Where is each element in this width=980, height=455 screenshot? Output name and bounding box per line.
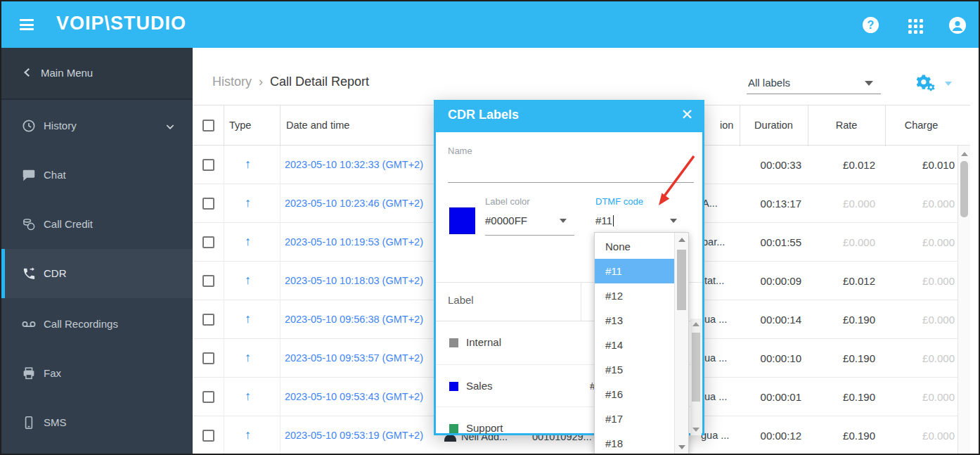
sidebar-item-label: CDR [44,267,67,279]
call-date-link[interactable]: 2023-05-10 09:53:57 (GMT+2) [280,352,423,364]
scroll-down-icon[interactable] [692,428,699,432]
dropdown-option-18[interactable]: #18 [595,431,674,455]
sidebar-item-label: Fax [44,367,61,379]
dropdown-option-16[interactable]: #16 [595,382,674,406]
charge-cell: £0.000 [885,430,958,442]
rate-cell: £0.012 [808,275,885,287]
col-header-rate[interactable]: Rate [808,120,885,131]
modal-header: CDR Labels ✕ [434,100,704,132]
chevron-down-icon [165,121,176,132]
label-color-square [449,338,458,347]
row-checkbox[interactable] [202,391,214,403]
sidebar-item-call-credit[interactable]: Call Credit [1,200,193,249]
destination-fragment: ua ... [704,391,727,402]
user-avatar-partial [444,435,456,442]
dtmf-code-dropdown: None #11 #12 #13 #14 #15 #16 #17 #18 [594,232,689,455]
chat-bubble-icon [21,167,37,183]
help-button[interactable]: ? [863,17,879,34]
table-scrollbar[interactable] [958,146,970,455]
select-all-checkbox[interactable] [202,120,214,132]
scrollbar-thumb[interactable] [692,333,700,402]
voicemail-icon [21,316,37,332]
dropdown-scrollbar[interactable] [674,233,688,454]
dropdown-option-14[interactable]: #14 [595,333,674,357]
settings-menu-button[interactable] [914,72,955,95]
col-header-date[interactable]: Date and time [286,120,349,131]
scroll-down-icon[interactable] [678,445,685,449]
close-icon[interactable]: ✕ [681,106,693,123]
help-icon: ? [863,17,879,33]
duration-cell: 00:00:09 [740,275,808,287]
call-date-link[interactable]: 2023-05-10 10:32:33 (GMT+2) [280,159,423,170]
modal-scrollbar[interactable] [690,319,702,435]
color-swatch[interactable] [449,207,475,234]
history-clock-icon [21,118,37,134]
row-checkbox[interactable] [202,198,214,210]
row-checkbox[interactable] [202,236,214,248]
sidebar-item-label: SMS [44,416,67,428]
charge-cell: £0.000 [885,314,958,326]
coins-icon [21,217,37,232]
back-label: Main Menu [41,67,93,79]
row-checkbox[interactable] [202,314,214,326]
dropdown-option-13[interactable]: #13 [595,308,674,333]
outbound-call-icon: ↑ [245,273,251,288]
sidebar-item-call-recordings[interactable]: Call Recordings [1,300,193,349]
dtmf-code-value: #11 [595,214,612,226]
outbound-call-icon: ↑ [245,234,251,249]
label-color-select[interactable]: #0000FF [485,214,527,226]
breadcrumb-current: Call Detail Report [270,75,369,89]
user-icon [949,17,966,34]
call-date-link[interactable]: 2023-05-10 09:53:43 (GMT+2) [280,391,423,402]
sidebar-back-main-menu[interactable]: Main Menu [1,48,193,100]
topbar: VOIP\STUDIO ? [1,1,979,48]
row-checkbox[interactable] [202,430,214,442]
col-header-destination-fragment[interactable]: ion [720,120,733,131]
dropdown-option-11-selected[interactable]: #11 [595,259,674,283]
call-date-link[interactable]: 2023-05-10 09:53:19 (GMT+2) [280,430,423,441]
scroll-up-icon[interactable] [678,238,685,242]
hamburger-menu-icon[interactable] [20,19,34,30]
destination-fragment: A... [702,198,718,209]
call-date-link[interactable]: 2023-05-10 10:18:03 (GMT+2) [280,275,423,286]
label-name: Support [466,422,503,434]
dtmf-code-input[interactable]: #11 [595,214,614,226]
duration-cell: 00:01:55 [740,236,808,248]
scrollbar-thumb[interactable] [677,250,686,310]
phone-transfer-icon [21,266,37,281]
col-header-charge[interactable]: Charge [885,120,958,131]
row-checkbox[interactable] [202,275,214,287]
name-input[interactable] [448,182,694,183]
dropdown-option-17[interactable]: #17 [595,406,674,431]
scroll-up-icon[interactable] [692,322,699,326]
user-account-button[interactable] [949,17,966,34]
breadcrumb-parent[interactable]: History [212,75,252,89]
fax-machine-icon [21,366,37,381]
scroll-up-icon[interactable] [961,152,968,156]
label-name: Internal [466,336,501,348]
col-header-duration[interactable]: Duration [740,120,808,131]
apps-grid-button[interactable] [908,18,925,35]
row-checkbox[interactable] [202,159,214,171]
charge-cell: £0.000 [885,198,958,210]
sidebar-item-sms[interactable]: SMS [1,398,193,447]
dropdown-option-12[interactable]: #12 [595,283,674,308]
dropdown-option-15[interactable]: #15 [595,357,674,382]
sidebar-item-chat[interactable]: Chat [1,150,193,200]
sidebar-item-fax[interactable]: Fax [1,349,193,398]
row-checkbox[interactable] [202,352,214,364]
app-logo: VOIP\STUDIO [56,13,186,34]
sidebar-item-label: Chat [44,169,66,181]
call-date-link[interactable]: 2023-05-10 10:23:46 (GMT+2) [280,198,423,209]
rate-cell: £0.190 [808,352,885,364]
call-date-link[interactable]: 2023-05-10 10:19:53 (GMT+2) [280,236,423,248]
outbound-call-icon: ↑ [245,428,251,442]
scrollbar-thumb[interactable] [960,161,968,217]
name-field-label: Name [448,146,472,156]
dropdown-option-none[interactable]: None [595,234,674,259]
sidebar-item-history[interactable]: History [1,101,193,150]
col-header-type[interactable]: Type [229,120,251,131]
labels-filter-select[interactable]: All labels [747,75,881,94]
call-date-link[interactable]: 2023-05-10 09:56:38 (GMT+2) [280,314,423,325]
sidebar-item-cdr[interactable]: CDR [1,249,193,298]
